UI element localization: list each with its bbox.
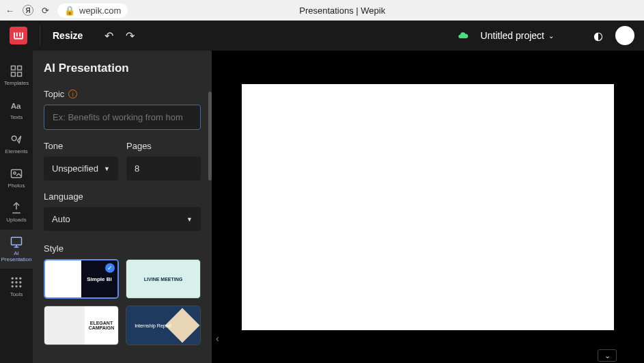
- sidebar-item-tools[interactable]: Tools: [0, 270, 33, 303]
- language-select[interactable]: Auto ▼: [44, 207, 201, 231]
- style-name: LIVINE MEETING: [144, 277, 182, 282]
- tone-select[interactable]: Unspecified ▼: [44, 157, 118, 180]
- svg-point-15: [12, 285, 14, 287]
- cloud-saved-icon: [458, 30, 468, 41]
- sidebar-label: AI Presentation: [0, 251, 33, 263]
- style-grid: Simple Bl ✓ LIVINE MEETING ELEGANT CAMPA…: [44, 259, 201, 345]
- pages-input[interactable]: 8: [126, 157, 201, 180]
- tone-label: Tone: [44, 141, 63, 151]
- language-value: Auto: [52, 214, 70, 224]
- url-text: wepik.com: [79, 5, 121, 16]
- language-label: Language: [44, 191, 83, 202]
- svg-point-16: [15, 285, 17, 287]
- svg-point-9: [12, 277, 14, 279]
- check-icon: ✓: [105, 263, 115, 273]
- tone-value: Unspecified: [52, 163, 98, 174]
- divider: [40, 26, 40, 45]
- wepik-logo[interactable]: [10, 27, 27, 44]
- sidebar: Templates Aa Texts Elements Photos Uploa…: [0, 51, 33, 363]
- slide-canvas[interactable]: [242, 84, 614, 330]
- project-name-dropdown[interactable]: Untitled project ⌄: [481, 30, 554, 41]
- style-card-internship[interactable]: Internship Report: [126, 306, 201, 345]
- avatar[interactable]: [615, 26, 634, 45]
- style-name: Simple Bl: [87, 276, 111, 282]
- canvas-area[interactable]: ‹ ⌄: [212, 51, 644, 363]
- sidebar-label: Elements: [5, 148, 27, 154]
- prev-slide-icon[interactable]: ‹: [216, 333, 219, 344]
- lock-icon: 🔒: [64, 5, 75, 16]
- resize-button[interactable]: Resize: [53, 30, 83, 41]
- style-name: ELEGANT CAMPAIGN: [85, 321, 118, 330]
- svg-point-13: [15, 281, 17, 283]
- info-icon[interactable]: i: [68, 90, 77, 98]
- sidebar-label: Photos: [8, 183, 25, 189]
- svg-point-17: [19, 285, 21, 287]
- back-icon[interactable]: ←: [5, 5, 14, 16]
- yandex-icon[interactable]: Я: [23, 5, 33, 16]
- svg-point-10: [15, 277, 17, 279]
- svg-point-7: [14, 172, 16, 174]
- sidebar-item-ai-presentation[interactable]: AI Presentation: [0, 230, 33, 269]
- sidebar-item-texts[interactable]: Aa Texts: [0, 93, 33, 126]
- svg-point-5: [12, 136, 16, 141]
- sidebar-item-elements[interactable]: Elements: [0, 127, 33, 160]
- style-label: Style: [44, 243, 64, 254]
- ai-presentation-panel: AI Presentation Topic i Tone Unspecified…: [33, 51, 212, 363]
- panel-title: AI Presentation: [44, 62, 201, 75]
- svg-rect-8: [12, 237, 22, 245]
- address-bar[interactable]: 🔒 wepik.com: [57, 3, 128, 18]
- svg-rect-6: [12, 170, 22, 178]
- sidebar-item-uploads[interactable]: Uploads: [0, 196, 33, 228]
- svg-rect-0: [12, 66, 16, 70]
- sidebar-item-templates[interactable]: Templates: [0, 59, 33, 92]
- theme-icon[interactable]: ◐: [593, 29, 603, 42]
- style-name: Internship Report: [135, 323, 171, 328]
- style-card-simple[interactable]: Simple Bl ✓: [44, 259, 119, 299]
- app-toolbar: Resize ↶ ↷ Untitled project ⌄ ◐: [0, 21, 644, 51]
- sidebar-label: Uploads: [6, 217, 26, 223]
- chevron-down-icon: ⌄: [548, 32, 554, 40]
- svg-point-14: [19, 281, 21, 283]
- svg-point-11: [19, 277, 21, 279]
- pages-value: 8: [135, 163, 139, 174]
- caret-down-icon: ▼: [104, 165, 110, 172]
- undo-icon[interactable]: ↶: [104, 29, 113, 42]
- sidebar-item-photos[interactable]: Photos: [0, 161, 33, 194]
- topic-input[interactable]: [44, 105, 201, 130]
- sidebar-label: Tools: [10, 291, 23, 297]
- tab-title: Presentations | Wepik: [136, 5, 548, 16]
- svg-rect-3: [18, 72, 22, 77]
- style-card-livine[interactable]: LIVINE MEETING: [126, 259, 201, 299]
- sidebar-label: Templates: [4, 80, 29, 86]
- style-card-elegant[interactable]: ELEGANT CAMPAIGN: [44, 306, 119, 345]
- svg-text:Aa: Aa: [11, 101, 21, 110]
- caret-down-icon: ▼: [186, 216, 193, 223]
- topic-label: Topic: [44, 89, 64, 99]
- browser-chrome: ← Я ⟳ 🔒 wepik.com Presentations | Wepik: [0, 0, 644, 21]
- redo-icon[interactable]: ↷: [126, 29, 135, 42]
- reload-icon[interactable]: ⟳: [42, 5, 49, 16]
- svg-point-12: [12, 281, 14, 283]
- sidebar-label: Texts: [10, 114, 23, 120]
- project-name: Untitled project: [481, 30, 544, 41]
- pages-label: Pages: [126, 141, 152, 151]
- zoom-control[interactable]: ⌄: [598, 349, 617, 362]
- svg-rect-2: [12, 72, 16, 77]
- svg-rect-1: [18, 66, 22, 70]
